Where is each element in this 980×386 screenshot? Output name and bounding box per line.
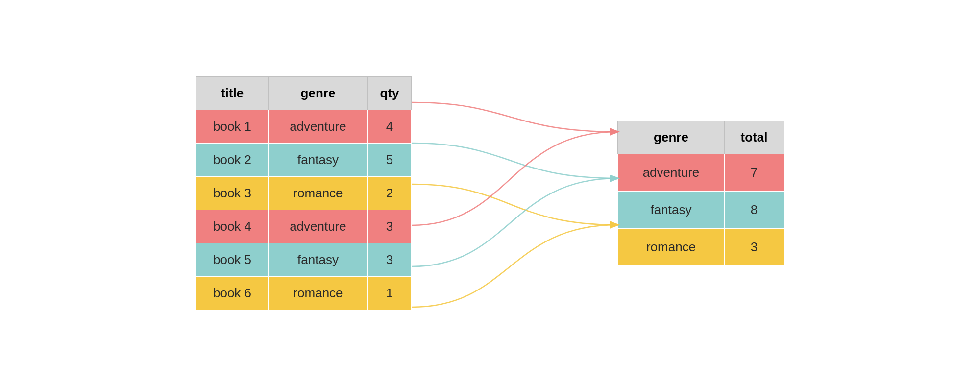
cell-title: book 6 xyxy=(196,276,269,310)
col-header-genre-right: genre xyxy=(618,121,725,154)
cell-title: book 4 xyxy=(196,210,269,243)
cell-qty: 1 xyxy=(368,276,411,310)
arrows-svg xyxy=(412,56,617,330)
col-header-title: title xyxy=(196,76,269,110)
table-row: adventure7 xyxy=(618,154,784,191)
cell-title: book 1 xyxy=(196,110,269,143)
col-header-qty: qty xyxy=(368,76,411,110)
cell-genre: fantasy xyxy=(269,143,368,176)
left-table: title genre qty book 1adventure4book 2fa… xyxy=(196,76,412,310)
table-row: book 4adventure3 xyxy=(196,210,412,243)
table-row: romance3 xyxy=(618,228,784,265)
cell-title: book 3 xyxy=(196,176,269,210)
cell-qty: 5 xyxy=(368,143,411,176)
cell-qty: 4 xyxy=(368,110,411,143)
cell-genre: romance xyxy=(269,276,368,310)
arrows-diagram xyxy=(412,56,617,330)
cell-qty: 2 xyxy=(368,176,411,210)
cell-title: book 2 xyxy=(196,143,269,176)
cell-genre: adventure xyxy=(269,110,368,143)
table-row: book 5fantasy3 xyxy=(196,243,412,276)
col-header-genre: genre xyxy=(269,76,368,110)
table-row: book 2fantasy5 xyxy=(196,143,412,176)
cell-genre-right: romance xyxy=(618,228,725,265)
table-row: book 1adventure4 xyxy=(196,110,412,143)
cell-total: 3 xyxy=(724,228,784,265)
cell-title: book 5 xyxy=(196,243,269,276)
cell-genre: fantasy xyxy=(269,243,368,276)
cell-genre: adventure xyxy=(269,210,368,243)
cell-genre: romance xyxy=(269,176,368,210)
right-table-wrapper: genre total adventure7fantasy8romance3 xyxy=(617,121,784,266)
col-header-total: total xyxy=(724,121,784,154)
cell-genre-right: adventure xyxy=(618,154,725,191)
cell-total: 7 xyxy=(724,154,784,191)
cell-qty: 3 xyxy=(368,243,411,276)
left-table-wrapper: title genre qty book 1adventure4book 2fa… xyxy=(196,76,412,310)
cell-qty: 3 xyxy=(368,210,411,243)
page-wrapper: title genre qty book 1adventure4book 2fa… xyxy=(0,0,980,386)
table-row: book 6romance1 xyxy=(196,276,412,310)
table-row: fantasy8 xyxy=(618,191,784,228)
cell-genre-right: fantasy xyxy=(618,191,725,228)
table-row: book 3romance2 xyxy=(196,176,412,210)
cell-total: 8 xyxy=(724,191,784,228)
right-table: genre total adventure7fantasy8romance3 xyxy=(617,121,784,266)
